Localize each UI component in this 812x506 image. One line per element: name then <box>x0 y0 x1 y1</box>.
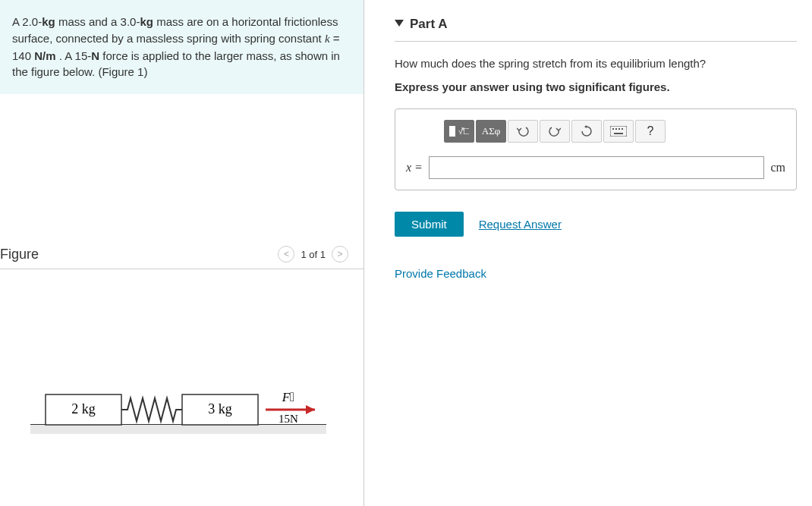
svg-rect-18 <box>618 128 620 130</box>
reset-button[interactable] <box>571 120 602 143</box>
keyboard-icon <box>610 126 627 137</box>
svg-marker-7 <box>306 405 315 414</box>
collapse-icon <box>395 20 404 29</box>
variable-label: x = <box>406 161 423 174</box>
reset-icon <box>581 125 593 137</box>
undo-icon <box>517 126 529 137</box>
redo-button[interactable] <box>540 120 570 143</box>
figure-next-button[interactable]: > <box>332 246 348 262</box>
instruction-text: Express your answer using two significan… <box>395 80 797 93</box>
unit-label: cm <box>770 161 785 174</box>
greek-button[interactable]: ΑΣφ <box>476 120 506 143</box>
svg-marker-14 <box>584 125 587 128</box>
figure-nav-label: 1 of 1 <box>301 249 326 260</box>
undo-button[interactable] <box>508 120 538 143</box>
templates-button[interactable]: x√☐ <box>444 120 474 143</box>
svg-rect-19 <box>622 128 623 130</box>
svg-rect-16 <box>612 128 614 130</box>
figure-nav: < 1 of 1 > <box>278 246 348 262</box>
svg-text:15N: 15N <box>279 413 298 425</box>
help-button[interactable]: ? <box>635 120 666 143</box>
svg-marker-10 <box>395 20 404 27</box>
redo-icon <box>549 126 561 137</box>
svg-rect-15 <box>610 126 627 137</box>
submit-button[interactable]: Submit <box>395 212 464 237</box>
answer-input[interactable] <box>429 156 765 179</box>
svg-rect-1 <box>30 425 326 434</box>
svg-rect-11 <box>449 126 455 137</box>
part-header[interactable]: Part A <box>395 0 797 42</box>
provide-feedback-link[interactable]: Provide Feedback <box>395 267 797 280</box>
svg-text:√☐: √☐ <box>458 127 469 136</box>
figure-prev-button[interactable]: < <box>278 246 294 262</box>
question-text: How much does the spring stretch from it… <box>395 57 797 70</box>
svg-text:3 kg: 3 kg <box>208 401 232 416</box>
part-title: Part A <box>410 17 447 32</box>
svg-text:2 kg: 2 kg <box>71 401 96 416</box>
keyboard-button[interactable] <box>603 120 634 143</box>
svg-rect-17 <box>615 128 617 130</box>
figure-title: Figure <box>0 247 39 262</box>
request-answer-link[interactable]: Request Answer <box>479 218 562 231</box>
problem-statement: A 2.0-kg mass and a 3.0-kg mass are on a… <box>0 0 364 94</box>
svg-rect-20 <box>614 133 623 134</box>
svg-text:F⃗: F⃗ <box>282 390 295 404</box>
figure-diagram: 2 kg 3 kg F⃗ 15N <box>0 269 364 461</box>
answer-box: x√☐ ΑΣφ ? x = cm <box>395 108 797 190</box>
